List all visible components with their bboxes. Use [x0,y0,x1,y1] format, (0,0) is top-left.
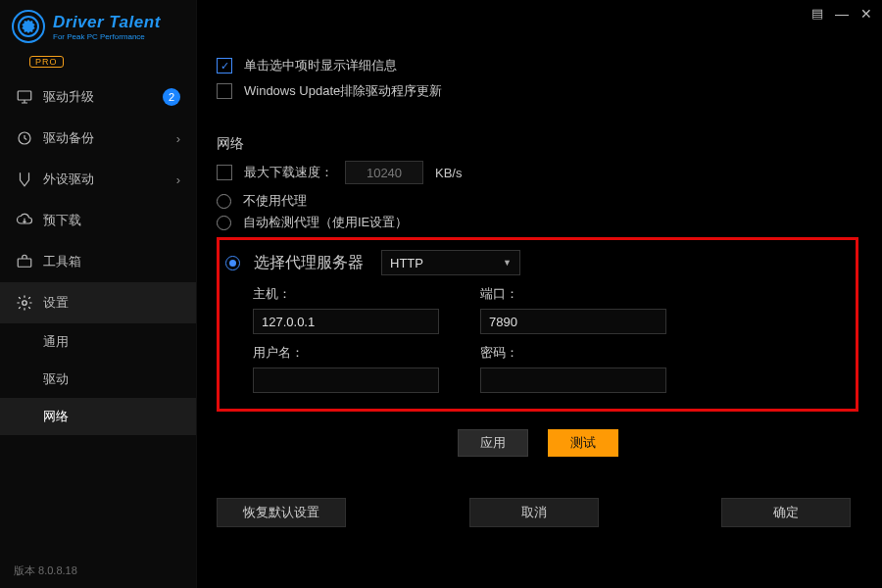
proxy-highlight-box: 选择代理服务器 HTTP ▼ 主机： 端口： 用户名： [217,237,858,412]
ok-button[interactable]: 确定 [721,498,851,527]
download-icon [16,212,33,229]
sidebar-item-label: 外设驱动 [43,171,94,188]
host-input[interactable] [253,309,439,334]
checkbox-label: 单击选中项时显示详细信息 [244,57,397,74]
checkbox-wu-exclude[interactable] [217,83,232,99]
sidebar-item-label: 驱动备份 [43,129,94,147]
svg-rect-0 [18,91,31,100]
sidebar-subitem-driver[interactable]: 驱动 [0,361,196,398]
checkbox-max-speed[interactable] [217,165,232,180]
nav-list: 驱动升级 2 驱动备份 › 外设驱动 › 预下载 工具箱 [0,76,196,554]
app-logo: Driver Talent For Peak PC Performance [0,0,196,51]
radio-proxy-auto[interactable] [217,216,231,230]
username-input[interactable] [253,368,439,393]
apply-button[interactable]: 应用 [458,429,528,457]
speed-unit: KB/s [435,166,462,180]
select-value: HTTP [390,256,423,270]
section-header-network: 网络 [217,135,858,153]
sidebar-item-toolbox[interactable]: 工具箱 [0,241,196,282]
sidebar-item-label: 网络 [43,408,69,425]
radio-label: 不使用代理 [243,192,307,210]
chevron-right-icon: › [176,172,180,187]
sidebar-item-predownload[interactable]: 预下载 [0,200,196,241]
monitor-icon [16,88,33,106]
host-label: 主机： [253,285,439,303]
radio-proxy-none[interactable] [217,194,231,209]
app-subtitle: For Peak PC Performance [53,32,161,41]
window-controls: ▤ — ✕ [811,6,872,22]
upgrade-badge: 2 [163,88,180,106]
radio-label: 自动检测代理（使用IE设置） [243,214,408,231]
sidebar-subitem-network[interactable]: 网络 [0,398,196,435]
svg-point-3 [23,301,27,306]
restore-defaults-button[interactable]: 恢复默认设置 [217,498,346,527]
sidebar-item-label: 设置 [43,294,69,312]
row-wu-exclude: Windows Update排除驱动程序更新 [217,82,858,100]
apply-test-row: 应用 测试 [217,429,858,457]
pro-badge: PRO [29,56,64,68]
username-label: 用户名： [253,344,439,362]
logo-text: Driver Talent For Peak PC Performance [53,13,161,41]
content-panel: ▤ — ✕ 单击选中项时显示详细信息 Windows Update排除驱动程序更… [197,0,882,588]
row-proxy-none: 不使用代理 [217,192,858,210]
sidebar-item-devices[interactable]: 外设驱动 › [0,159,196,200]
svg-rect-2 [18,259,31,267]
max-speed-label: 最大下载速度： [244,164,333,181]
sidebar-item-label: 驱动升级 [43,88,94,106]
sidebar-item-label: 工具箱 [43,253,81,270]
sidebar-item-label: 驱动 [43,370,69,388]
row-proxy-auto: 自动检测代理（使用IE设置） [217,214,858,231]
test-button[interactable]: 测试 [548,429,618,457]
logo-icon [12,10,45,43]
max-speed-input[interactable] [345,161,423,184]
sidebar-subitem-general[interactable]: 通用 [0,323,196,361]
toolbox-icon [16,253,33,270]
proxy-type-select[interactable]: HTTP ▼ [381,250,520,275]
version-label: 版本 8.0.8.18 [0,554,196,588]
backup-icon [16,129,33,147]
row-show-detail: 单击选中项时显示详细信息 [217,57,858,74]
device-icon [16,171,33,188]
checkbox-show-detail[interactable] [217,58,232,74]
sidebar-item-label: 通用 [43,333,69,351]
password-label: 密码： [480,344,666,362]
sidebar-item-backup[interactable]: 驱动备份 › [0,118,196,159]
row-proxy-manual: 选择代理服务器 HTTP ▼ [225,250,838,275]
footer-buttons: 恢复默认设置 取消 确定 [217,498,851,527]
close-button[interactable]: ✕ [860,6,872,22]
sidebar-item-upgrade[interactable]: 驱动升级 2 [0,76,196,118]
radio-label: 选择代理服务器 [254,253,364,273]
menu-icon[interactable]: ▤ [811,6,823,22]
port-input[interactable] [480,309,666,334]
port-label: 端口： [480,285,666,303]
chevron-down-icon: ▼ [503,258,512,268]
row-max-speed: 最大下载速度： KB/s [217,161,858,184]
gear-icon [16,294,33,312]
minimize-button[interactable]: — [835,6,849,22]
checkbox-label: Windows Update排除驱动程序更新 [244,82,442,100]
chevron-right-icon: › [176,131,180,146]
sidebar: Driver Talent For Peak PC Performance PR… [0,0,197,588]
sidebar-item-settings[interactable]: 设置 [0,282,196,323]
cancel-button[interactable]: 取消 [469,498,599,527]
sidebar-item-label: 预下载 [43,212,81,229]
app-title: Driver Talent [53,13,161,32]
password-input[interactable] [480,368,666,393]
logo-block: Driver Talent For Peak PC Performance PR… [0,0,196,76]
radio-proxy-manual[interactable] [225,256,240,270]
